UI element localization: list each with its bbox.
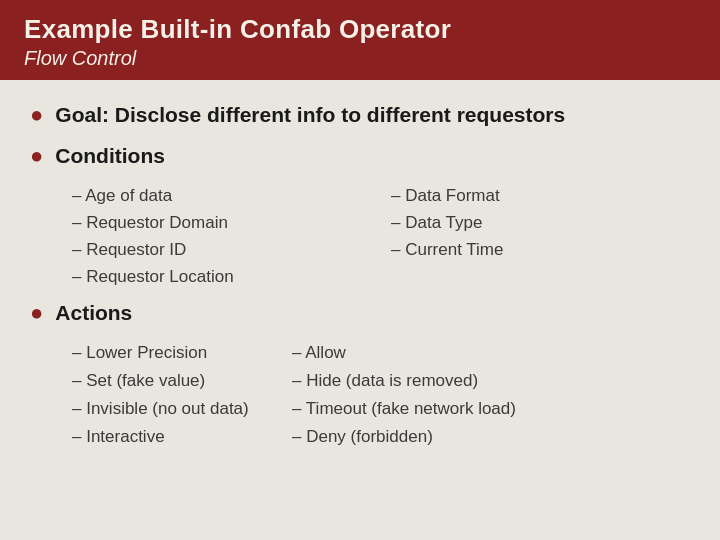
slide-subtitle: Flow Control bbox=[24, 47, 696, 70]
action-item-3: – Invisible (no out data) bbox=[72, 395, 292, 423]
conditions-text: Conditions bbox=[55, 141, 165, 170]
bullet-icon-conditions: ● bbox=[30, 141, 43, 172]
condition-item-7: – Current Time bbox=[391, 236, 690, 263]
actions-text: Actions bbox=[55, 298, 132, 327]
slide-content: ● Goal: Disclose different info to diffe… bbox=[0, 80, 720, 540]
action-item-8: – Deny (forbidden) bbox=[292, 423, 690, 451]
action-item-1: – Lower Precision bbox=[72, 339, 292, 367]
conditions-bullet: ● Conditions bbox=[30, 141, 690, 172]
condition-item-3: – Requestor ID bbox=[72, 236, 371, 263]
action-item-4: – Interactive bbox=[72, 423, 292, 451]
actions-bullet: ● Actions bbox=[30, 298, 690, 329]
condition-item-2: – Requestor Domain bbox=[72, 209, 371, 236]
condition-item-5: – Data Format bbox=[391, 182, 690, 209]
goal-bullet: ● Goal: Disclose different info to diffe… bbox=[30, 100, 690, 131]
action-item-2: – Set (fake value) bbox=[72, 367, 292, 395]
bullet-icon-goal: ● bbox=[30, 100, 43, 131]
actions-left: – Lower Precision – Set (fake value) – I… bbox=[72, 339, 292, 451]
condition-item-4: – Requestor Location bbox=[72, 263, 371, 290]
action-item-6: – Hide (data is removed) bbox=[292, 367, 690, 395]
action-item-7: – Timeout (fake network load) bbox=[292, 395, 690, 423]
slide-title: Example Built-in Confab Operator bbox=[24, 14, 696, 45]
conditions-list: – Age of data – Requestor Domain – Reque… bbox=[72, 182, 690, 291]
conditions-right: – Data Format – Data Type – Current Time bbox=[391, 182, 690, 291]
action-item-5: – Allow bbox=[292, 339, 690, 367]
actions-right: – Allow – Hide (data is removed) – Timeo… bbox=[292, 339, 690, 451]
actions-list: – Lower Precision – Set (fake value) – I… bbox=[72, 339, 690, 451]
condition-item-6: – Data Type bbox=[391, 209, 690, 236]
slide: Example Built-in Confab Operator Flow Co… bbox=[0, 0, 720, 540]
bullet-icon-actions: ● bbox=[30, 298, 43, 329]
slide-header: Example Built-in Confab Operator Flow Co… bbox=[0, 0, 720, 80]
condition-item-1: – Age of data bbox=[72, 182, 371, 209]
conditions-left: – Age of data – Requestor Domain – Reque… bbox=[72, 182, 371, 291]
goal-text: Goal: Disclose different info to differe… bbox=[55, 100, 565, 129]
